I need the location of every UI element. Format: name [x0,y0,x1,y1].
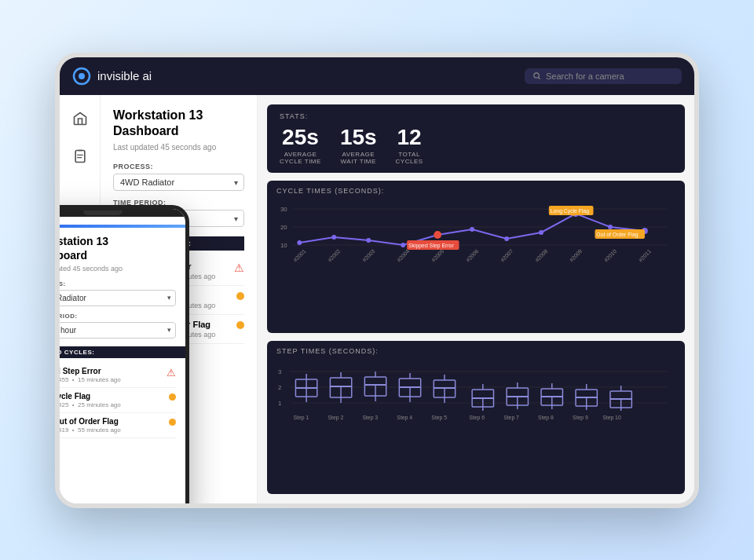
stat-label-2: TOTALCYCLES [396,151,423,165]
svg-point-17 [539,230,544,235]
search-placeholder: Search for a camera [546,71,624,81]
stat-value-2: 12 [396,126,423,148]
phone-flag-2[interactable]: Steps Out of Order Flag Body # 21419 • 5… [55,413,176,438]
tablet-device: invisible ai Search for a camera [55,53,699,508]
svg-point-12 [366,238,371,243]
phone-subtitle: Last updated 45 seconds ago [55,265,176,273]
process-select[interactable]: 4WD Radiator [113,174,244,191]
top-bar: invisible ai Search for a camera [60,57,694,95]
phone-notch [83,210,123,215]
stats-row: 25s AVERAGECYCLE TIME 15s AVERAGEWAIT TI… [280,126,672,165]
svg-text:#2009: #2009 [569,247,583,262]
phone-flag-0[interactable]: Skipped Step Error Body # 21455 • 15 min… [55,363,176,388]
phone-process-label: PROCESS: [55,280,176,287]
stats-card: STATS: 25s AVERAGECYCLE TIME 15s AVERAGE… [267,104,685,173]
stat-label-1: AVERAGEWAIT TIME [340,151,377,165]
phone-header-bar [55,225,185,228]
right-content: STATS: 25s AVERAGECYCLE TIME 15s AVERAGE… [258,95,694,503]
process-label: PROCESS: [113,163,244,170]
logo-area: invisible ai [72,67,152,86]
svg-text:Step 8: Step 8 [538,415,554,421]
stat-wait-time: 15s AVERAGEWAIT TIME [340,126,377,165]
svg-text:#2010: #2010 [603,247,617,262]
svg-text:#2005: #2005 [430,247,445,262]
step-chart-svg: 3 2 1 [276,360,675,423]
svg-text:20: 20 [280,223,287,230]
svg-text:3: 3 [278,368,282,375]
phone-process-select[interactable]: 4WD Radiator [55,290,176,306]
svg-text:#2002: #2002 [327,247,341,262]
phone-error-icon-0: ⚠ [167,367,176,379]
error-icon-0: ⚠ [234,262,244,274]
phone-flag-meta-2: Body # 21419 • 55 minutes ago [55,426,121,434]
app-name: invisible ai [97,69,152,82]
dashboard-title: Workstation 13 Dashboard [113,108,244,141]
stat-total-cycles: 12 TOTALCYCLES [396,126,423,165]
svg-text:Skipped Step Error: Skipped Step Error [408,242,454,248]
svg-point-15 [470,227,474,232]
phone-orange-icon-2 [169,419,176,426]
svg-point-11 [331,235,336,240]
svg-text:#2011: #2011 [638,247,652,262]
svg-text:#2004: #2004 [396,247,410,262]
stats-title: STATS: [280,112,672,120]
svg-point-1 [79,73,85,79]
phone-top-bar [55,209,185,217]
sidebar-item-clipboard[interactable] [69,145,91,167]
svg-text:Step 5: Step 5 [431,415,447,421]
phone-flag-title-1: Long Cycle Flag [55,392,121,401]
phone-time-label: TIME PERIOD: [55,313,176,320]
stat-value-1: 15s [340,126,377,148]
dashboard-subtitle: Last updated 45 seconds ago [113,143,244,152]
svg-text:1: 1 [278,400,281,407]
svg-text:Step 6: Step 6 [469,415,485,421]
svg-text:#2008: #2008 [534,247,548,262]
phone-flag-title-0: Skipped Step Error [55,367,121,375]
cycle-chart-title: CYCLE TIMES (SECONDS): [276,187,675,195]
phone-flagged-header: FLAGGED CYCLES: [55,346,185,358]
svg-text:10: 10 [280,241,287,248]
phone-content: Workstation 13 Dashboard Last updated 45… [55,217,185,508]
svg-text:#2001: #2001 [292,247,306,262]
cycle-chart-svg: 30 20 10 [276,199,675,270]
svg-text:Step 10: Step 10 [602,415,621,421]
svg-text:Step 3: Step 3 [362,415,378,421]
step-times-card: STEP TIMES (SECONDS): 3 2 1 [267,341,685,494]
stat-value-0: 25s [280,126,321,148]
phone-title: Workstation 13 Dashboard [55,234,176,262]
orange-flag-icon-2 [236,321,244,329]
sidebar-item-home[interactable] [69,108,91,130]
svg-point-16 [504,236,509,241]
svg-text:Out of Order Flag: Out of Order Flag [596,231,638,237]
phone-flag-meta-1: Body # 21425 • 25 minutes ago [55,401,121,408]
svg-text:#2006: #2006 [465,247,479,262]
svg-rect-3 [75,150,85,162]
cycle-chart-area: 30 20 10 [276,199,675,262]
svg-text:2: 2 [278,384,281,391]
svg-text:Step 9: Step 9 [573,415,588,421]
svg-text:Step 1: Step 1 [293,415,309,421]
cycle-times-card: CYCLE TIMES (SECONDS): 30 20 10 [267,181,685,334]
search-icon [533,71,541,80]
phone-flag-1[interactable]: Long Cycle Flag Body # 21425 • 25 minute… [55,388,176,413]
svg-point-14 [434,231,441,239]
phone-flag-title-2: Steps Out of Order Flag [55,417,121,426]
svg-text:#2003: #2003 [361,247,375,262]
search-bar[interactable]: Search for a camera [525,68,682,84]
svg-text:Step 2: Step 2 [328,415,343,421]
svg-text:30: 30 [280,205,287,212]
step-chart-area: 3 2 1 [276,360,675,419]
svg-point-19 [608,225,613,229]
yellow-flag-icon-1 [236,292,244,300]
stat-label-0: AVERAGECYCLE TIME [280,151,321,165]
svg-point-10 [297,240,302,245]
svg-text:#2007: #2007 [500,247,514,262]
svg-point-13 [401,243,405,247]
svg-text:Step 7: Step 7 [503,415,519,421]
svg-text:Long Cycle Flag: Long Cycle Flag [551,207,589,214]
logo-icon [72,67,91,86]
stat-cycle-time: 25s AVERAGECYCLE TIME [280,126,321,165]
phone-time-select[interactable]: Last 1 hour [55,322,176,339]
phone-overlay: Workstation 13 Dashboard Last updated 45… [55,205,189,508]
phone-yellow-icon-1 [169,393,176,401]
